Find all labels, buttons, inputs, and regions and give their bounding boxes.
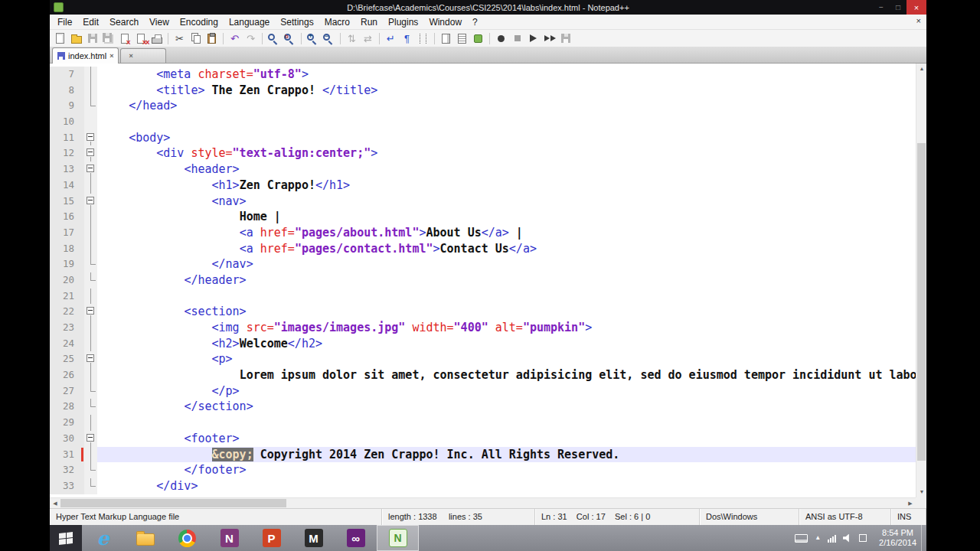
line-number[interactable]: 10	[50, 114, 80, 130]
fold-collapse-box[interactable]	[87, 197, 94, 204]
menu-plugins[interactable]: Plugins	[383, 15, 423, 29]
code-line[interactable]: 19 </nav>	[50, 256, 916, 272]
internet-explorer-icon[interactable]: e	[82, 525, 124, 551]
code-text[interactable]: <nav>	[97, 194, 916, 210]
close-file-icon[interactable]	[117, 31, 132, 46]
network-icon[interactable]	[828, 534, 836, 543]
fold-margin[interactable]	[84, 194, 97, 210]
fold-margin[interactable]	[84, 351, 97, 367]
line-number[interactable]: 25	[50, 351, 80, 367]
macro-stop-icon[interactable]	[510, 31, 524, 46]
function-list-icon[interactable]	[455, 31, 469, 46]
show-desktop-button[interactable]	[921, 525, 926, 551]
vertical-scroll-thumb[interactable]	[917, 143, 926, 461]
open-file-icon[interactable]	[69, 31, 83, 46]
tab-untitled[interactable]: ×	[120, 48, 166, 63]
code-line[interactable]: 24 <h2>Welcome</h2>	[50, 336, 916, 352]
print-icon[interactable]	[149, 31, 164, 46]
fold-margin[interactable]	[84, 431, 97, 447]
macro-save-icon[interactable]	[558, 31, 573, 46]
new-file-icon[interactable]	[53, 31, 67, 46]
code-text[interactable]: Home |	[97, 209, 916, 225]
horizontal-scrollbar[interactable]: ◀ ▶	[50, 497, 916, 508]
status-encoding[interactable]: ANSI as UTF-8	[799, 509, 891, 525]
line-number[interactable]: 26	[50, 367, 80, 383]
file-explorer-icon[interactable]	[124, 525, 166, 551]
line-number[interactable]: 20	[50, 272, 80, 289]
replace-icon[interactable]	[283, 31, 297, 46]
code-text[interactable]: </p>	[97, 383, 916, 399]
code-line[interactable]: 33 </div>	[50, 478, 916, 494]
code-text[interactable]: <meta charset="utf-8">	[97, 67, 916, 83]
horizontal-scroll-thumb[interactable]	[60, 499, 286, 507]
line-number[interactable]: 22	[50, 304, 80, 320]
code-text[interactable]: <p>	[97, 351, 916, 367]
fold-collapse-box[interactable]	[87, 307, 94, 315]
volume-icon[interactable]	[843, 534, 852, 543]
code-text[interactable]: </header>	[97, 272, 916, 289]
line-number[interactable]: 21	[50, 289, 80, 305]
line-number[interactable]: 31	[50, 447, 80, 463]
macro-play-icon[interactable]	[526, 31, 541, 46]
scroll-up-arrow-icon[interactable]: ▲	[916, 64, 926, 74]
code-text[interactable]: &copy; Copyright 2014 Zen Crappo! Inc. A…	[97, 447, 916, 463]
close-all-icon[interactable]	[133, 31, 148, 46]
code-line[interactable]: 8 <title> The Zen Crappo! </title>	[50, 83, 916, 99]
menu-encoding[interactable]: Encoding	[175, 15, 224, 29]
code-line[interactable]: 7 <meta charset="utf-8">	[50, 67, 916, 83]
code-text[interactable]: <img src="images/images.jpg" width="400"…	[97, 320, 916, 336]
start-button[interactable]	[50, 525, 82, 551]
code-text[interactable]: <div style="text-align:center;">	[97, 145, 916, 161]
scroll-left-arrow-icon[interactable]: ◀	[50, 498, 60, 508]
menu-help[interactable]: ?	[467, 15, 483, 29]
zoom-out-icon[interactable]	[322, 31, 336, 46]
code-line[interactable]: 26 Lorem ipsum dolor sit amet, consectet…	[50, 367, 916, 383]
code-line[interactable]: 16 Home |	[50, 209, 916, 225]
code-line[interactable]: 28 </section>	[50, 399, 916, 415]
code-line[interactable]: 25 <p>	[50, 351, 916, 367]
menu-macro[interactable]: Macro	[319, 15, 355, 29]
line-number[interactable]: 17	[50, 225, 80, 241]
code-line[interactable]: 11 <body>	[50, 130, 916, 146]
menu-window[interactable]: Window	[423, 15, 467, 29]
code-line[interactable]: 21	[50, 289, 916, 305]
code-line[interactable]: 17 <a href="pages/about.html">About Us</…	[50, 225, 916, 241]
code-text[interactable]: <title> The Zen Crappo! </title>	[97, 83, 916, 99]
scroll-down-arrow-icon[interactable]: ▼	[916, 487, 926, 497]
touch-keyboard-icon[interactable]	[795, 534, 808, 543]
code-line[interactable]: 10	[50, 114, 916, 130]
status-eol-format[interactable]: Dos\Windows	[700, 509, 799, 525]
action-center-icon[interactable]	[859, 534, 867, 542]
cut-icon[interactable]: ✂	[172, 31, 187, 46]
scroll-right-arrow-icon[interactable]: ▶	[905, 498, 916, 508]
code-line[interactable]: 15 <nav>	[50, 194, 916, 210]
code-text[interactable]: <body>	[97, 130, 916, 146]
powerpoint-icon[interactable]: P	[250, 525, 292, 551]
code-line[interactable]: 27 </p>	[50, 383, 916, 399]
show-all-characters-icon[interactable]: ¶	[400, 31, 414, 46]
code-line[interactable]: 23 <img src="images/images.jpg" width="4…	[50, 320, 916, 336]
fold-collapse-box[interactable]	[87, 148, 94, 156]
code-text[interactable]	[97, 289, 916, 305]
line-number[interactable]: 11	[50, 130, 80, 146]
code-text[interactable]: <h2>Welcome</h2>	[97, 336, 916, 352]
line-number[interactable]: 32	[50, 462, 80, 478]
zoom-in-icon[interactable]	[305, 31, 320, 46]
close-button[interactable]: ×	[906, 0, 926, 15]
line-number[interactable]: 13	[50, 161, 80, 178]
line-number[interactable]: 8	[50, 83, 80, 99]
line-number[interactable]: 9	[50, 98, 80, 114]
line-number[interactable]: 15	[50, 194, 80, 210]
plugin-icon[interactable]	[471, 31, 485, 46]
code-line[interactable]: 13 <header>	[50, 161, 916, 178]
line-number[interactable]: 30	[50, 431, 80, 447]
code-text[interactable]: Lorem ipsum dolor sit amet, consectetur …	[97, 367, 916, 383]
code-line[interactable]: 32 </footer>	[50, 462, 916, 478]
find-icon[interactable]	[266, 31, 281, 46]
code-line[interactable]: 14 <h1>Zen Crappo!</h1>	[50, 178, 916, 194]
fold-margin[interactable]	[84, 161, 97, 178]
fold-collapse-box[interactable]	[87, 434, 94, 442]
code-text[interactable]: <h1>Zen Crappo!</h1>	[97, 178, 916, 194]
code-text[interactable]: </nav>	[97, 256, 916, 272]
notepad-plus-plus-icon[interactable]: N	[377, 525, 419, 551]
